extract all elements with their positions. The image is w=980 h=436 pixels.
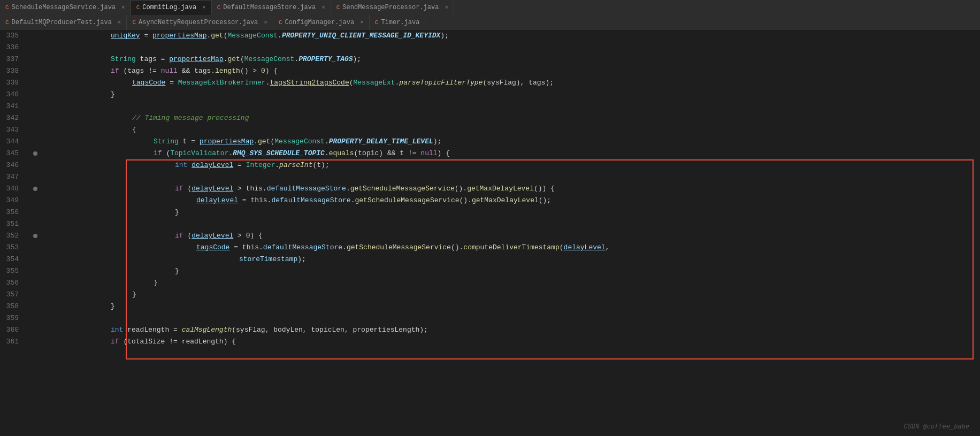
editor-root: C ScheduleMessageService.java × C Commit… (0, 0, 980, 436)
gutter-347 (29, 171, 41, 183)
tab-schedule-message-service[interactable]: C ScheduleMessageService.java × (0, 0, 131, 15)
gutter-352 (29, 230, 41, 242)
ln-357: 357 (0, 289, 24, 301)
tab-row-2: C DefaultMQProducerTest.java × C AsyncNe… (0, 15, 980, 30)
tab-icon-5: C (5, 19, 9, 26)
tab-label-1: ScheduleMessageService.java (12, 4, 116, 11)
code-line-338: if (tags != null && tags.length() > 0) { (41, 65, 980, 77)
tab-async-netty[interactable]: C AsyncNettyRequestProcessor.java × (127, 15, 273, 30)
tab-close-6[interactable]: × (264, 19, 267, 26)
tab-label-3: DefaultMessageStore.java (223, 4, 316, 11)
gutter-354 (29, 254, 41, 265)
tab-close-7[interactable]: × (360, 19, 364, 26)
code-line-351 (41, 218, 980, 230)
editor-area: 335 336 337 338 339 340 341 342 343 344 … (0, 30, 980, 436)
code-line-345: if (TopicValidator.RMQ_SYS_SCHEDULE_TOPI… (41, 148, 980, 159)
tab-commitlog[interactable]: C CommitLog.java × (131, 0, 212, 15)
gutter-350 (29, 206, 41, 218)
gutter-335 (29, 30, 41, 42)
gutter-356 (29, 277, 41, 289)
gutter-360 (29, 324, 41, 336)
tab-label-6: AsyncNettyRequestProcessor.java (139, 19, 258, 26)
ln-353: 353 (0, 242, 24, 254)
ln-347: 347 (0, 171, 24, 183)
gutter-358 (29, 301, 41, 312)
tab-send-message-processor[interactable]: C SendMessageProcessor.java × (331, 0, 454, 15)
code-content[interactable]: uniqKey = propertiesMap.get(MessageConst… (41, 30, 980, 436)
tab-close-3[interactable]: × (321, 4, 325, 11)
code-line-349: delayLevel = this.defaultMessageStore.ge… (41, 195, 980, 206)
gutter-353 (29, 242, 41, 254)
tab-default-message-store[interactable]: C DefaultMessageStore.java × (212, 0, 331, 15)
ln-351: 351 (0, 218, 24, 230)
gutter-359 (29, 312, 41, 324)
code-line-343: { (41, 124, 980, 136)
tab-icon-2: C (136, 4, 140, 11)
gutter-349 (29, 195, 41, 206)
code-line-335: uniqKey = propertiesMap.get(MessageConst… (41, 30, 980, 42)
gutter-338 (29, 65, 41, 77)
ln-355: 355 (0, 265, 24, 277)
tab-label-7: ConfigManager.java (285, 19, 355, 26)
tab-icon-4: C (336, 4, 340, 11)
ln-339: 339 (0, 77, 24, 89)
tab-icon-6: C (132, 19, 136, 26)
watermark: CSDN @coffee_babe (904, 423, 969, 431)
tab-label-8: Timer.java (381, 19, 419, 26)
gutter-337 (29, 53, 41, 65)
tab-icon-3: C (217, 4, 221, 11)
ln-356: 356 (0, 277, 24, 289)
ln-338: 338 (0, 65, 24, 77)
code-line-337: String tags = propertiesMap.get(MessageC… (41, 53, 980, 65)
tab-close-2[interactable]: × (202, 4, 206, 11)
line-numbers: 335 336 337 338 339 340 341 342 343 344 … (0, 30, 29, 436)
gutter-346 (29, 159, 41, 171)
tab-row-1: C ScheduleMessageService.java × C Commit… (0, 0, 980, 15)
gutter-342 (29, 112, 41, 124)
tab-timer[interactable]: C Timer.java (370, 15, 426, 30)
code-line-358: } (41, 301, 980, 312)
gutter-344 (29, 136, 41, 148)
code-line-346: int delayLevel = Integer.parseInt(t); (41, 159, 980, 171)
tab-label-4: SendMessageProcessor.java (342, 4, 439, 11)
ln-348: 348 (0, 183, 24, 195)
ln-340: 340 (0, 89, 24, 101)
code-line-339: tagsCode = MessageExtBrokerInner.tagsStr… (41, 77, 980, 89)
ln-359: 359 (0, 312, 24, 324)
gutter-339 (29, 77, 41, 89)
code-line-342: // Timing message processing (41, 112, 980, 124)
tab-close-1[interactable]: × (121, 4, 125, 11)
gutter-345 (29, 148, 41, 159)
tab-close-4[interactable]: × (445, 4, 448, 11)
ln-345: 345 (0, 148, 24, 159)
ln-344: 344 (0, 136, 24, 148)
tab-label-2: CommitLog.java (142, 4, 196, 11)
ln-360: 360 (0, 324, 24, 336)
tab-icon-8: C (375, 19, 379, 26)
gutter-361 (29, 336, 41, 348)
gutter-341 (29, 101, 41, 112)
tab-default-mq-producer-test[interactable]: C DefaultMQProducerTest.java × (0, 15, 127, 30)
code-line-340: } (41, 89, 980, 101)
gutter (29, 30, 41, 436)
ln-354: 354 (0, 254, 24, 265)
gutter-340 (29, 89, 41, 101)
code-line-357: } (41, 289, 980, 301)
gutter-336 (29, 42, 41, 53)
gutter-343 (29, 124, 41, 136)
ln-335: 335 (0, 30, 24, 42)
code-line-336 (41, 42, 980, 53)
code-line-347 (41, 171, 980, 183)
ln-358: 358 (0, 301, 24, 312)
code-line-344: String t = propertiesMap.get(MessageCons… (41, 136, 980, 148)
tab-close-5[interactable]: × (118, 19, 121, 26)
ln-342: 342 (0, 112, 24, 124)
ln-349: 349 (0, 195, 24, 206)
ln-352: 352 (0, 230, 24, 242)
tab-config-manager[interactable]: C ConfigManager.java × (273, 15, 370, 30)
code-line-359 (41, 312, 980, 324)
ln-346: 346 (0, 159, 24, 171)
ln-361: 361 (0, 336, 24, 348)
code-line-356: } (41, 277, 980, 289)
code-line-360: int readLength = calMsgLength(sysFlag, b… (41, 324, 980, 336)
